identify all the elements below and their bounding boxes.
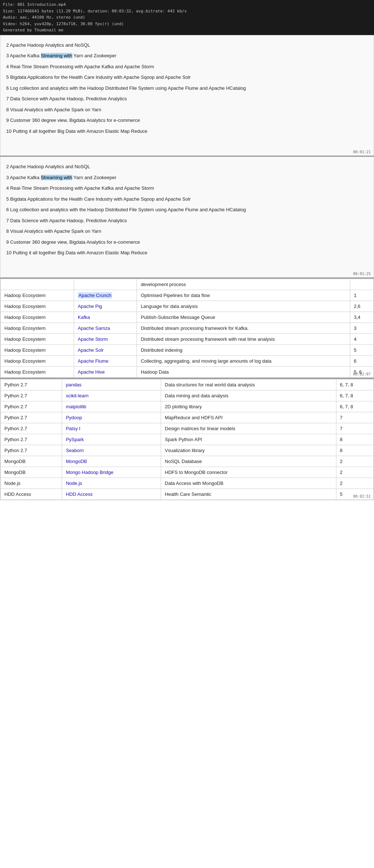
video-video: Video: h264, yuv420p, 1278x718, 30.00 fp… xyxy=(3,21,371,27)
table-row: Node.js Node.js Data Access with MongoDB… xyxy=(1,478,374,489)
list-item: 8 Visual Analytics with Apache Spark on … xyxy=(6,104,368,115)
table-row: Hadoop Ecosystem Apache Hive Hadoop Data… xyxy=(1,366,374,377)
table-cell-description: Optimised Pipelines for data flow xyxy=(137,290,350,301)
table-cell-modules: 6 xyxy=(350,355,373,366)
table-cell-ecosystem: Hadoop Ecosystem xyxy=(1,301,74,312)
table-cell-description: Design matrices for linear models xyxy=(161,423,336,434)
table-cell-modules: 2 xyxy=(336,456,373,467)
table-cell-tool: Seaborn xyxy=(62,445,161,456)
timestamp-4: 00:02:51 xyxy=(353,494,371,498)
course-list-1: 2 Apache Hadoop Analytics and NoSQL 3 Ap… xyxy=(6,40,368,137)
table-cell-modules: 1 xyxy=(350,290,373,301)
course-list-2: 2 Apache Hadoop Analytics and NoSQL 3 Ap… xyxy=(6,161,368,258)
table-cell-modules: 6, 7, 8 xyxy=(336,379,373,390)
panel-1-content: 2 Apache Hadoop Analytics and NoSQL 3 Ap… xyxy=(0,35,374,156)
table-cell-description: Data structures for real world data anal… xyxy=(161,379,336,390)
table-cell-description: Vsualization library xyxy=(161,445,336,456)
panel-1: 2 Apache Hadoop Analytics and NoSQL 3 Ap… xyxy=(0,35,374,156)
table-cell xyxy=(74,279,137,290)
table-cell-modules: 8 xyxy=(336,445,373,456)
table-cell-tool: Kafka xyxy=(74,312,137,323)
table-cell-modules: 6, 7, 8 xyxy=(336,390,373,401)
list-item: 6 Log collection and analytics with the … xyxy=(6,204,368,215)
table-cell-ecosystem: Hadoop Ecosystem xyxy=(1,366,74,377)
table-cell-description: Distributed stream processing framework … xyxy=(137,323,350,333)
table-cell-tool: Apache Samza xyxy=(74,323,137,333)
table-cell-ecosystem: MongoDB xyxy=(1,467,62,478)
table-cell-ecosystem: Python 2.7 xyxy=(1,445,62,456)
list-item: 3 Apache Kafka Streaming with Yarn and Z… xyxy=(6,172,368,183)
table-cell-apache-hive: Apache Hive xyxy=(74,366,137,377)
table-cell-ecosystem: Python 2.7 xyxy=(1,401,62,412)
list-item: 4 Real-Time Stream Processing with Apach… xyxy=(6,183,368,194)
table-row: Hadoop Ecosystem Apache Samza Distribute… xyxy=(1,323,374,333)
table-row: Hadoop Ecosystem Kafka Publish-Subscribe… xyxy=(1,312,374,323)
table-cell-ecosystem: Hadoop Ecosystem xyxy=(1,355,74,366)
table-cell-ecosystem: Python 2.7 xyxy=(1,423,62,434)
table-cell-ecosystem: Hadoop Ecosystem xyxy=(1,290,74,301)
table-cell-tool: Apache Flume xyxy=(74,355,137,366)
table-cell-description: Distributed indexing xyxy=(137,344,350,355)
timestamp-3: 00:02:07 xyxy=(353,372,371,376)
table-row: Hadoop Ecosystem Apache Crunch Optimised… xyxy=(1,290,374,301)
table-cell-ecosystem: Hadoop Ecosystem xyxy=(1,312,74,323)
table-cell-modules: 2 xyxy=(336,467,373,478)
table-row: MongoDB MongoDB NoSQL Database 2 xyxy=(1,456,374,467)
table-cell-tool: Apache Pig xyxy=(74,301,137,312)
table-cell-description: Collecting, aggregating, and moving larg… xyxy=(137,355,350,366)
video-file: File: 001 Introduction.mp4 xyxy=(3,1,371,8)
table-panel-2: Python 2.7 pandas Data structures for re… xyxy=(0,379,374,500)
list-item: 3 Apache Kafka Streaming with Yarn and Z… xyxy=(6,50,368,61)
table-cell-modules: 3 xyxy=(350,323,373,333)
table-cell-tool: MongoDB xyxy=(62,456,161,467)
table-row: development process xyxy=(1,279,374,290)
table-row: Hadoop Ecosystem Apache Storm Distribute… xyxy=(1,333,374,344)
list-item: 2 Apache Hadoop Analytics and NoSQL xyxy=(6,161,368,172)
table-cell-description: MapReduce and HDFS API xyxy=(161,412,336,423)
table-cell-description: Publish-Subscribe Message Queue xyxy=(137,312,350,323)
table-cell-description: Spark Python API xyxy=(161,434,336,445)
table-cell-ecosystem: Python 2.7 xyxy=(1,434,62,445)
table-cell-description: Language for data analysis xyxy=(137,301,350,312)
list-item: 9 Customer 360 degree view, Bigdata Anal… xyxy=(6,115,368,126)
table-cell-description: HDFS to MongoDB connector xyxy=(161,467,336,478)
timestamp-1: 00:01:21 xyxy=(353,150,371,154)
table-row: MongoDB Mongo Hadoop Bridge HDFS to Mong… xyxy=(1,467,374,478)
table-cell-tool: Apache Storm xyxy=(74,333,137,344)
table-cell-tool: pandas xyxy=(62,379,161,390)
list-item: 6 Log collection and analytics with the … xyxy=(6,83,368,94)
table-cell-modules: 2,6 xyxy=(350,301,373,312)
table-cell-ecosystem: Hadoop Ecosystem xyxy=(1,323,74,333)
panel-2: 2 Apache Hadoop Analytics and NoSQL 3 Ap… xyxy=(0,157,374,278)
table-cell-tool: Mongo Hadoop Bridge xyxy=(62,467,161,478)
table-cell xyxy=(350,279,373,290)
ecosystem-table-2: Python 2.7 pandas Data structures for re… xyxy=(0,379,374,500)
table-cell-description: Data Access with MongoDB xyxy=(161,478,336,489)
table-row: Hadoop Ecosystem Apache Pig Language for… xyxy=(1,301,374,312)
table-cell-tool: PySpark xyxy=(62,434,161,445)
table-cell-tool: Pydoop xyxy=(62,412,161,423)
table-cell-tool: HDD Access xyxy=(62,489,161,499)
table-cell xyxy=(1,279,74,290)
table-cell-modules: 3,4 xyxy=(350,312,373,323)
table-cell-ecosystem: MongoDB xyxy=(1,456,62,467)
table-cell-description: Health Care Semantic xyxy=(161,489,336,499)
list-item: 7 Data Science with Apache Hadoop, Predi… xyxy=(6,215,368,226)
table-cell-ecosystem: Python 2.7 xyxy=(1,412,62,423)
video-size: Size: 117466641 bytes (11.20 MiB), durat… xyxy=(3,8,371,15)
table-cell-tool: Patsy I xyxy=(62,423,161,434)
table-cell-tool: Apache Solr xyxy=(74,344,137,355)
highlight-streaming-2: Streaming with xyxy=(41,175,72,180)
table-cell-ecosystem: Python 2.7 xyxy=(1,379,62,390)
list-item: 8 Visual Analytics with Apache Spark on … xyxy=(6,226,368,237)
list-item: 5 Bigdata Applications for the Health Ca… xyxy=(6,194,368,205)
list-item: 2 Apache Hadoop Analytics and NoSQL xyxy=(6,40,368,51)
table-cell-description: Data mining and data analysis xyxy=(161,390,336,401)
table-row: Python 2.7 Patsy I Design matrices for l… xyxy=(1,423,374,434)
video-info-bar: File: 001 Introduction.mp4 Size: 1174666… xyxy=(0,0,374,35)
video-audio: Audio: aac, 44100 Hz, stereo (und) xyxy=(3,14,371,21)
table-cell-description: NoSQL Database xyxy=(161,456,336,467)
list-item: 9 Customer 360 degree view, Bigdata Anal… xyxy=(6,237,368,248)
table-cell-ecosystem: Hadoop Ecosystem xyxy=(1,344,74,355)
table-cell-modules: 4 xyxy=(350,333,373,344)
